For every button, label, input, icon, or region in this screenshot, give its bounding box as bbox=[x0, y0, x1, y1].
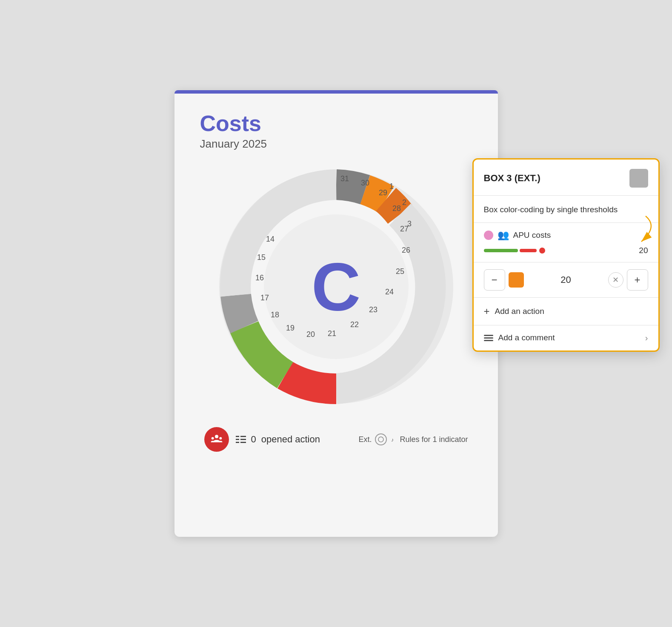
svg-text:21: 21 bbox=[327, 329, 336, 338]
svg-point-25 bbox=[219, 437, 222, 440]
page-title: Costs bbox=[200, 111, 472, 136]
svg-text:20: 20 bbox=[306, 330, 315, 339]
svg-text:♪: ♪ bbox=[391, 437, 394, 442]
indicator-label: APU costs bbox=[513, 231, 551, 240]
chart-center-letter: C bbox=[312, 253, 361, 321]
svg-text:29: 29 bbox=[378, 188, 387, 197]
main-card: Costs January 2025 bbox=[174, 90, 498, 537]
page-wrapper: Costs January 2025 bbox=[0, 0, 672, 627]
threshold-bar-row: 20 bbox=[474, 244, 658, 262]
popup-indicator-row: 👥 APU costs bbox=[474, 223, 658, 244]
svg-point-24 bbox=[211, 437, 214, 440]
ext-label: Ext. ♪ Rules for 1 indicator bbox=[358, 433, 468, 445]
svg-text:14: 14 bbox=[266, 235, 274, 243]
popup-description-text: Box color-coding by single thresholds bbox=[484, 205, 618, 214]
stepper-plus-button[interactable]: + bbox=[627, 269, 648, 291]
stepper-value: 20 bbox=[527, 274, 605, 285]
popup-title: BOX 3 (EXT.) bbox=[484, 173, 540, 184]
svg-text:23: 23 bbox=[369, 305, 377, 314]
comment-left: Add a comment bbox=[484, 333, 555, 342]
group-icon-small: 👥 bbox=[498, 230, 509, 241]
svg-text:3: 3 bbox=[407, 219, 411, 228]
bar-green bbox=[484, 249, 518, 252]
stepper-clear-button[interactable]: ✕ bbox=[608, 272, 623, 288]
indicator-color-dot bbox=[484, 231, 493, 240]
ext-circle bbox=[375, 433, 387, 445]
svg-text:24: 24 bbox=[385, 288, 393, 296]
add-action-label: Add an action bbox=[495, 307, 544, 316]
svg-text:31: 31 bbox=[340, 174, 349, 183]
svg-text:19: 19 bbox=[286, 324, 294, 332]
svg-point-32 bbox=[378, 437, 383, 442]
svg-text:17: 17 bbox=[260, 294, 269, 302]
rules-label: Rules for 1 indicator bbox=[400, 435, 468, 444]
popup-panel: BOX 3 (EXT.) Box color-coding by single … bbox=[472, 158, 660, 352]
ext-text: Ext. bbox=[358, 435, 372, 444]
svg-text:15: 15 bbox=[257, 253, 265, 262]
threshold-dot bbox=[539, 248, 545, 254]
music-note-icon: ♪ bbox=[390, 436, 396, 442]
bar-red bbox=[520, 249, 537, 252]
add-comment-label: Add a comment bbox=[498, 333, 555, 342]
circle-icon bbox=[378, 436, 384, 442]
svg-text:16: 16 bbox=[255, 274, 263, 282]
chevron-right-icon: › bbox=[645, 333, 648, 343]
stepper-row: − 20 ✕ + bbox=[474, 262, 658, 298]
plus-icon: + bbox=[484, 305, 490, 317]
add-action-row[interactable]: + Add an action bbox=[474, 298, 658, 325]
red-circle-button[interactable] bbox=[204, 427, 229, 452]
popup-header: BOX 3 (EXT.) bbox=[474, 160, 658, 196]
svg-text:2: 2 bbox=[402, 198, 406, 207]
stepper-color-swatch bbox=[509, 272, 524, 288]
threshold-value: 20 bbox=[639, 246, 648, 255]
action-count: 0 bbox=[251, 434, 256, 445]
action-label: opened action bbox=[261, 434, 320, 445]
chart-area: 31 30 29 28 27 26 25 24 23 22 bbox=[213, 163, 460, 410]
popup-description: Box color-coding by single thresholds bbox=[474, 196, 658, 223]
bottom-bar: 0 opened action Ext. ♪ Rules for 1 indic… bbox=[200, 427, 472, 452]
threshold-bar bbox=[484, 248, 632, 254]
group-icon bbox=[210, 433, 223, 446]
comment-lines-icon bbox=[484, 335, 493, 341]
opened-action-text: 0 opened action bbox=[236, 434, 320, 445]
svg-text:1: 1 bbox=[389, 182, 393, 191]
popup-color-swatch[interactable] bbox=[629, 169, 648, 188]
list-icon bbox=[236, 435, 246, 444]
top-bar bbox=[174, 90, 498, 94]
svg-point-23 bbox=[215, 435, 218, 439]
svg-text:30: 30 bbox=[360, 179, 369, 187]
page-subtitle: January 2025 bbox=[200, 137, 472, 151]
svg-text:18: 18 bbox=[270, 311, 279, 319]
svg-text:26: 26 bbox=[401, 246, 410, 254]
stepper-minus-button[interactable]: − bbox=[484, 269, 505, 291]
svg-text:25: 25 bbox=[395, 267, 404, 276]
add-comment-row[interactable]: Add a comment › bbox=[474, 325, 658, 351]
svg-text:28: 28 bbox=[392, 204, 400, 213]
